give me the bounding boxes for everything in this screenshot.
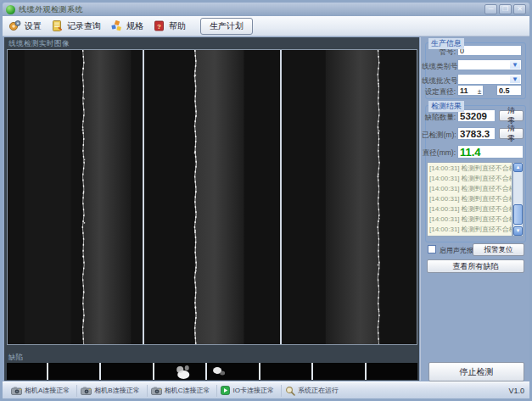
clear-defect-count-button[interactable]: 清零	[499, 110, 524, 121]
magnifier-icon	[285, 386, 295, 396]
toolbar-label-records: 记录查询	[67, 20, 101, 32]
camera-view-2-image	[144, 50, 279, 344]
camera-view-1	[8, 50, 143, 344]
toolbar-item-records[interactable]: 记录查询	[51, 19, 101, 32]
close-button[interactable]: ✕	[513, 4, 526, 14]
window-controls: ─ ❐ ✕	[484, 4, 526, 14]
status-camera-a: 相机A连接正常	[8, 385, 77, 397]
svg-text:?: ?	[157, 23, 161, 31]
camera-icon	[151, 387, 162, 395]
defect-blob-image	[154, 363, 205, 380]
defect-thumbnail-strip	[7, 363, 417, 380]
set-diameter-label: 设定直径:	[422, 87, 456, 97]
stop-detection-button[interactable]: 停止检测	[428, 362, 524, 382]
camera-view-1-image	[8, 50, 143, 344]
measured-length-label: 已检测(m):	[422, 131, 456, 141]
status-label: 相机C连接正常	[165, 386, 210, 395]
scroll-up-icon[interactable]: ▲	[513, 163, 523, 172]
cable-type-select[interactable]: ▼	[457, 59, 522, 70]
settings-gear-icon	[8, 19, 21, 32]
cable-type-label: 线缆类别号:	[422, 62, 456, 72]
status-camera-c: 相机C连接正常	[148, 385, 218, 397]
production-plan-button[interactable]: 生产计划	[200, 18, 253, 35]
defect-thumbnail-3[interactable]	[154, 363, 205, 380]
log-scrollbar[interactable]: ▲ ▼	[512, 162, 524, 237]
camera-icon	[11, 387, 22, 395]
defect-strip-spacer	[7, 363, 47, 380]
diameter-field[interactable]	[457, 145, 524, 159]
toolbar-item-settings[interactable]: 设置	[8, 19, 42, 32]
app-icon	[6, 5, 15, 14]
records-book-icon	[51, 19, 64, 32]
log-entry: [14:00:31] 检测到直径不合格	[429, 164, 512, 174]
chevron-down-icon: ▼	[510, 61, 520, 69]
scroll-down-icon[interactable]: ▼	[513, 226, 523, 236]
plus-minus-sign: ±	[472, 87, 487, 96]
toolbar-label-settings: 设置	[25, 20, 42, 32]
clear-measured-length-button[interactable]: 清零	[499, 128, 524, 139]
toolbar: 设置 记录查询 规格 ? 帮助	[3, 16, 529, 36]
status-bar: 相机A连接正常 相机B连接正常 相机C连接正常	[3, 382, 529, 398]
batch-no-select[interactable]: ▼	[457, 74, 522, 85]
app-window: 线缆外观检测系统 ─ ❐ ✕ 设置 记录查询	[0, 0, 532, 401]
defect-thumbnail-2[interactable]	[101, 363, 152, 380]
help-book-icon: ?	[153, 19, 165, 32]
status-label: IO卡连接正常	[232, 386, 273, 395]
tolerance-input[interactable]	[496, 85, 522, 96]
defect-strip-label: 缺陷	[8, 353, 23, 363]
toolbar-item-spec[interactable]: 规格	[110, 19, 143, 32]
defect-thumbnail-4[interactable]	[207, 363, 258, 380]
status-label: 相机B连接正常	[94, 386, 139, 395]
view-all-defects-button[interactable]: 查看所有缺陷	[427, 259, 524, 273]
production-info-title: 生产信息	[428, 38, 464, 49]
alarm-reset-button[interactable]: 报警复位	[473, 243, 524, 256]
status-system-running: 系统正在运行	[282, 385, 345, 397]
camera-view-3-image	[282, 50, 417, 344]
batch-no-label: 线缆批次号:	[422, 76, 456, 86]
image-panel-title: 线缆检测实时图像	[8, 39, 70, 49]
status-io-card: IO卡连接正常	[217, 385, 281, 397]
scrollbar-thumb[interactable]	[513, 204, 523, 225]
defect-count-label: 缺陷数量:	[422, 113, 456, 123]
log-entry: [14:00:31] 检测到直径不合格	[429, 225, 512, 235]
measured-length-field[interactable]	[457, 127, 496, 140]
results-title: 检测结果	[428, 101, 464, 112]
minimize-button[interactable]: ─	[484, 4, 497, 14]
defect-thumbnail-1[interactable]	[48, 363, 99, 380]
defect-thumbnail-5[interactable]	[260, 363, 311, 380]
status-label: 相机A连接正常	[25, 386, 70, 395]
log-entry: [14:00:31] 检测到直径不合格	[429, 214, 512, 225]
camera-icon	[81, 387, 92, 395]
restore-button[interactable]: ❐	[499, 4, 512, 14]
chevron-down-icon: ▼	[510, 75, 520, 83]
defect-thumbnail-6[interactable]	[313, 363, 364, 380]
log-entry: [14:00:31] 检测到直径不合格	[429, 194, 512, 204]
toolbar-label-help: 帮助	[169, 20, 186, 32]
toolbar-item-help[interactable]: ? 帮助	[153, 19, 186, 32]
defect-thumbnail-7[interactable]	[367, 363, 417, 380]
io-card-icon	[221, 386, 230, 395]
log-entry: [14:00:31] 检测到直径不合格	[429, 184, 512, 194]
diameter-label: 直径(mm):	[422, 148, 456, 159]
tube-no-input[interactable]	[457, 45, 522, 56]
window-title: 线缆外观检测系统	[19, 4, 83, 15]
alarm-checkbox[interactable]	[428, 245, 436, 253]
panel-divider	[420, 37, 421, 381]
camera-view-2	[144, 50, 279, 344]
status-label: 系统正在运行	[298, 386, 339, 395]
defect-blob-image	[207, 363, 258, 380]
spec-icon	[110, 19, 123, 32]
toolbar-label-spec: 规格	[126, 20, 143, 32]
title-bar[interactable]: 线缆外观检测系统 ─ ❐ ✕	[3, 3, 529, 16]
camera-view-3	[282, 50, 417, 344]
detection-log-list[interactable]: [14:00:31] 检测到直径不合格 [14:00:31] 检测到直径不合格 …	[427, 162, 512, 237]
status-camera-b: 相机B连接正常	[77, 385, 147, 397]
log-entry: [14:00:31] 检测到直径不合格	[429, 174, 512, 184]
version-label: V1.0	[508, 387, 524, 395]
log-entry: [14:00:31] 检测到直径不合格	[429, 204, 512, 214]
camera-views	[7, 49, 417, 345]
